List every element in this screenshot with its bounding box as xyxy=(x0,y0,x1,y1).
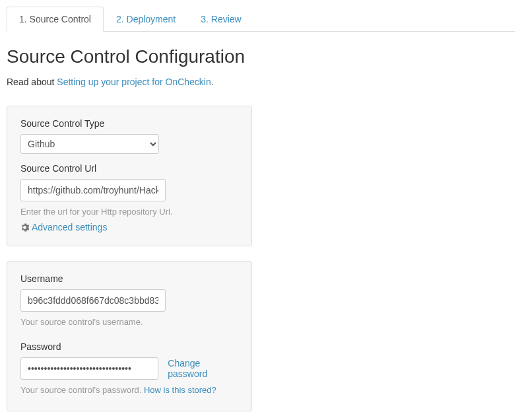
gear-icon xyxy=(20,223,29,232)
intro-suffix: . xyxy=(211,77,214,87)
username-help: Your source control's username. xyxy=(20,317,238,327)
password-label: Password xyxy=(20,341,238,352)
panel-source-control: Source Control Type Github Source Contro… xyxy=(7,106,252,246)
source-control-url-label: Source Control Url xyxy=(20,163,238,174)
password-help: Your source control's password. How is t… xyxy=(20,385,238,395)
source-control-type-select[interactable]: Github xyxy=(20,134,159,154)
how-stored-link[interactable]: How is this stored? xyxy=(144,385,216,395)
source-control-type-label: Source Control Type xyxy=(20,118,238,129)
tab-source-control[interactable]: 1. Source Control xyxy=(7,7,104,32)
panel-credentials: Username Your source control's username.… xyxy=(7,261,252,411)
intro-link[interactable]: Setting up your project for OnCheckin xyxy=(57,77,211,87)
tab-deployment[interactable]: 2. Deployment xyxy=(104,7,188,32)
username-input[interactable] xyxy=(20,289,166,312)
intro-text: Read about Setting up your project for O… xyxy=(7,77,515,87)
tabs-bar: 1. Source Control 2. Deployment 3. Revie… xyxy=(7,7,515,32)
password-input[interactable] xyxy=(20,357,158,380)
change-password-link[interactable]: Change password xyxy=(168,358,238,379)
advanced-settings-label: Advanced settings xyxy=(32,222,107,232)
source-control-url-help: Enter the url for your Http repository U… xyxy=(20,207,238,217)
advanced-settings-link[interactable]: Advanced settings xyxy=(20,222,107,232)
source-control-url-input[interactable] xyxy=(20,179,166,201)
page-title: Source Control Configuration xyxy=(7,46,515,67)
username-label: Username xyxy=(20,273,238,284)
password-help-prefix: Your source control's password. xyxy=(20,385,144,395)
intro-prefix: Read about xyxy=(7,77,57,87)
tab-review[interactable]: 3. Review xyxy=(188,7,253,32)
